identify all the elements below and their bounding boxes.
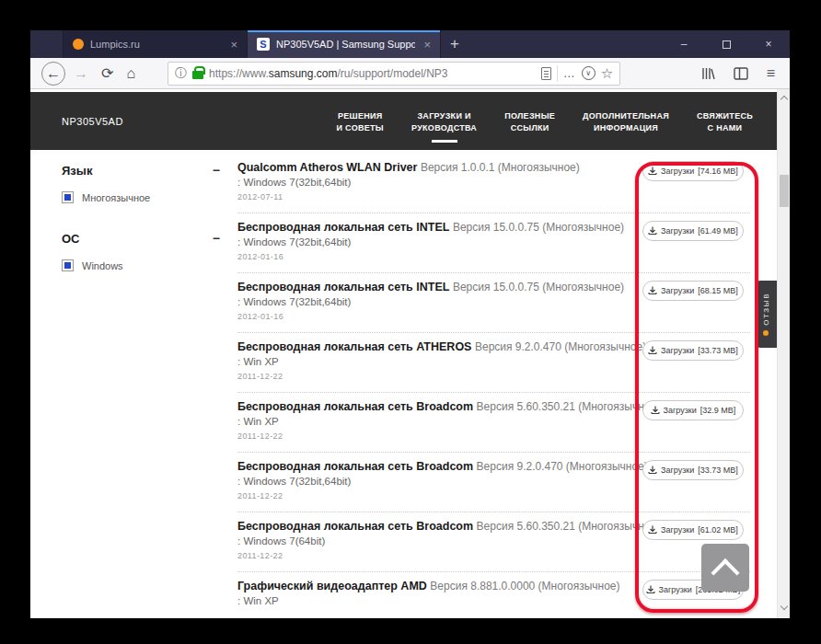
url-bar[interactable]: ⓘ https://www.samsung.com/ru/support/mod…: [168, 62, 620, 86]
pocket-icon[interactable]: ∨: [582, 66, 596, 80]
sidebar-toggle-icon[interactable]: [734, 67, 748, 80]
download-icon: [648, 346, 657, 355]
lumpics-favicon-icon: [73, 39, 84, 50]
download-button[interactable]: Загрузки [68.15 MB]: [642, 281, 744, 301]
nav-solutions-tips[interactable]: РЕШЕНИЯ И СОВЕТЫ: [337, 99, 384, 143]
checkbox-checked[interactable]: [62, 259, 74, 271]
driver-date: 2011-12-22: [237, 372, 750, 381]
download-size: [68.15 MB]: [698, 286, 738, 295]
forward-button[interactable]: →: [74, 65, 88, 82]
driver-date: 2011-12-22: [237, 551, 750, 560]
scrollbar-thumb[interactable]: [780, 175, 789, 207]
refresh-button[interactable]: ⟳: [101, 64, 113, 82]
driver-name: Беспроводная локальная сеть ATHEROS: [237, 340, 471, 353]
nav-downloads-manuals[interactable]: ЗАГРУЗКИ И РУКОВОДСТВА: [411, 99, 477, 143]
filter-title: ОС: [62, 232, 80, 246]
download-icon: [651, 406, 660, 415]
driver-row: Qualcomm Atheros WLAN Driver Версия 1.0.…: [237, 154, 750, 213]
feedback-dot-icon: [763, 330, 769, 336]
download-label: Загрузки: [661, 346, 694, 355]
filter-option-windows[interactable]: Windows: [62, 259, 220, 271]
download-size: [74.16 MB]: [698, 167, 738, 176]
download-icon: [648, 167, 657, 176]
page-viewport: NP305V5AD РЕШЕНИЯ И СОВЕТЫ ЗАГРУЗКИ И РУ…: [30, 89, 790, 618]
driver-row: Беспроводная локальная сеть INTEL Версия…: [237, 273, 750, 333]
scrollbar-up-icon[interactable]: [781, 96, 788, 103]
page-actions-icon[interactable]: …: [563, 66, 576, 80]
tab-title: Lumpics.ru: [90, 39, 222, 50]
hamburger-menu-icon[interactable]: ≡: [767, 65, 775, 82]
download-button[interactable]: Загрузки [61.02 MB]: [642, 520, 744, 540]
filter-option-multilanguage[interactable]: Многоязычное: [62, 191, 220, 203]
tab-samsung-support[interactable]: S NP305V5AD | Samsung Suppor ×: [248, 30, 441, 58]
checkbox-checked[interactable]: [62, 191, 74, 203]
download-size: [33.73 MB]: [698, 346, 738, 355]
nav-additional-info[interactable]: ДОПОЛНИТЕЛЬНАЯ ИНФОРМАЦИЯ: [583, 99, 669, 143]
download-button[interactable]: Загрузки [32.9 MB]: [642, 400, 744, 420]
back-button[interactable]: ←: [41, 62, 65, 86]
nav-contact-us[interactable]: СВЯЖИТЕСЬ С НАМИ: [697, 99, 753, 143]
download-icon: [648, 525, 657, 535]
download-button[interactable]: Загрузки [33.73 MB]: [642, 340, 744, 361]
download-icon: [648, 466, 657, 475]
feedback-side-tab[interactable]: ОТЗЫВ: [755, 281, 777, 348]
url-path: /ru/support/model/NP3: [337, 67, 447, 80]
collapse-minus-icon[interactable]: −: [213, 163, 220, 178]
browser-toolbar: ← → ⟳ ⌂ ⓘ https://www.samsung.com/ru/sup…: [30, 58, 790, 89]
pocket-chevron: ∨: [585, 69, 591, 77]
back-icon: ←: [46, 65, 61, 82]
collapse-minus-icon[interactable]: −: [213, 231, 220, 246]
scroll-to-top-button[interactable]: [701, 544, 749, 592]
maximize-button[interactable]: [705, 30, 747, 58]
driver-date: 2012-07-11: [237, 192, 750, 201]
download-button[interactable]: Загрузки [33.73 MB]: [642, 460, 744, 480]
tab-title: NP305V5AD | Samsung Suppor: [276, 39, 415, 50]
home-button[interactable]: ⌂: [126, 65, 135, 82]
download-label: Загрузки: [661, 286, 694, 295]
download-button[interactable]: Загрузки [74.16 MB]: [642, 161, 744, 181]
samsung-favicon-icon: S: [257, 38, 270, 51]
bookmark-star-icon[interactable]: ☆: [601, 65, 613, 82]
download-size: [33.73 MB]: [698, 466, 738, 475]
driver-row: Беспроводная локальная сеть Broadcom Вер…: [237, 393, 750, 453]
scrollbar-down-icon[interactable]: [781, 603, 788, 610]
url-text: https://www.samsung.com/ru/support/model…: [209, 67, 536, 80]
model-label: NP305V5AD: [62, 116, 123, 127]
library-icon[interactable]: [700, 66, 715, 81]
download-size: [61.49 MB]: [698, 226, 738, 236]
new-tab-button[interactable]: +: [441, 30, 468, 58]
download-icon: [648, 226, 657, 236]
driver-row: Беспроводная локальная сеть Broadcom Вер…: [237, 512, 750, 572]
driver-date: 2011-12-22: [237, 491, 750, 500]
driver-version: Версия 9.2.0.470 (Многоязычное): [475, 340, 646, 353]
download-button[interactable]: Загрузки [61.49 MB]: [642, 221, 744, 241]
driver-row: Беспроводная локальная сеть ATHEROS Верс…: [237, 333, 750, 393]
driver-row: Графический видеоадаптер AMD Версия 8.88…: [237, 572, 750, 618]
checkbox-fill: [64, 194, 71, 201]
filter-sidebar: Язык − Многоязычное ОС − Windows: [62, 163, 220, 271]
minimize-button[interactable]: –: [663, 30, 705, 58]
driver-row: Беспроводная локальная сеть Broadcom Вер…: [237, 453, 750, 512]
nav-useful-links[interactable]: ПОЛЕЗНЫЕ ССЫЛКИ: [504, 99, 555, 143]
page-info-icon[interactable]: ⓘ: [175, 65, 187, 82]
close-window-button[interactable]: ×: [747, 30, 790, 58]
close-tab-icon[interactable]: ×: [228, 38, 239, 52]
download-label: Загрузки: [661, 167, 694, 176]
driver-version: Версия 5.60.350.21 (Многоязычное): [477, 400, 661, 413]
filter-title: Язык: [62, 164, 92, 178]
checkbox-fill: [64, 262, 71, 269]
feedback-label: ОТЗЫВ: [762, 293, 770, 326]
close-tab-icon[interactable]: ×: [422, 38, 433, 52]
download-label: Загрузки: [661, 525, 694, 535]
maximize-icon: [723, 40, 731, 49]
option-label: Windows: [82, 260, 123, 271]
option-label: Многоязычное: [82, 192, 150, 203]
https-lock-icon: [192, 71, 203, 79]
page-scrollbar[interactable]: [777, 89, 790, 618]
driver-row: Беспроводная локальная сеть INTEL Версия…: [237, 213, 750, 273]
download-list: Qualcomm Atheros WLAN Driver Версия 1.0.…: [237, 154, 750, 618]
browser-window: Lumpics.ru × S NP305V5AD | Samsung Suppo…: [30, 30, 790, 618]
tab-lumpics[interactable]: Lumpics.ru ×: [64, 30, 248, 58]
driver-name: Беспроводная локальная сеть Broadcom: [237, 520, 473, 533]
reader-mode-icon[interactable]: [541, 67, 551, 80]
